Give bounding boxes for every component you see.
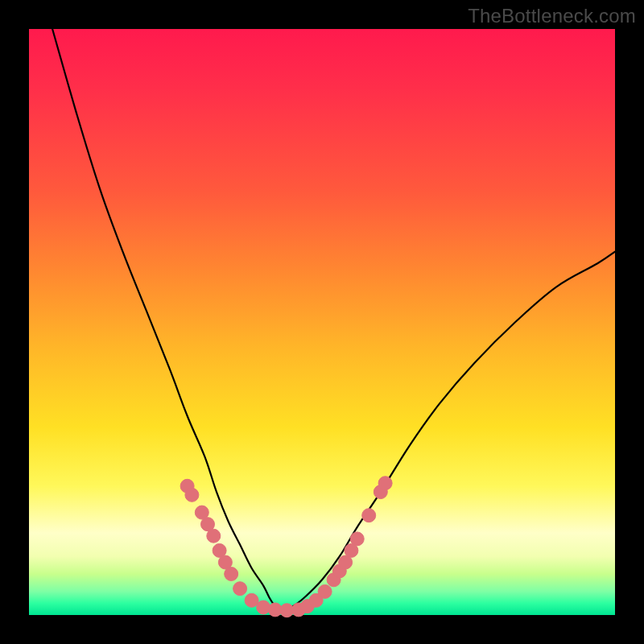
chart-svg	[29, 29, 615, 615]
chart-frame: TheBottleneck.com	[0, 0, 644, 644]
marker-dot	[185, 488, 199, 502]
marker-dot	[318, 584, 332, 598]
curve-right-branch	[281, 252, 615, 611]
plot-area	[29, 29, 615, 615]
marker-dot	[233, 582, 247, 596]
marker-dot	[362, 509, 376, 522]
curve-left-branch	[52, 29, 281, 610]
marker-dot	[257, 601, 270, 614]
marker-dot	[207, 529, 221, 543]
marker-dot	[225, 568, 238, 581]
marker-dot	[350, 532, 364, 546]
watermark-text: TheBottleneck.com	[468, 5, 636, 27]
marker-dot	[245, 593, 258, 607]
marker-dot	[378, 477, 392, 490]
marker-group	[180, 477, 392, 617]
